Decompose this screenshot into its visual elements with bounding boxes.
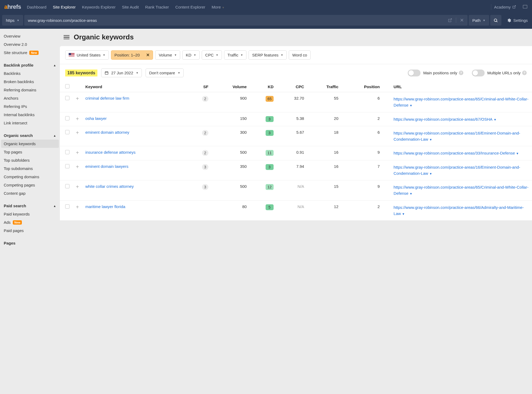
sidebar-group-paid[interactable]: Paid search▲ — [0, 202, 60, 210]
chevron-down-icon[interactable]: ▼ — [494, 118, 497, 121]
chevron-down-icon[interactable]: ▼ — [410, 104, 413, 107]
sidebar-competing-domains[interactable]: Competing domains — [0, 173, 60, 181]
col-url[interactable]: URL — [383, 82, 532, 92]
sidebar-overview2[interactable]: Overview 2.0 — [0, 40, 60, 48]
keyword-link[interactable]: criminal defense law firm — [85, 96, 129, 100]
nav-keywords-explorer[interactable]: Keywords Explorer — [82, 5, 116, 9]
chevron-down-icon[interactable]: ▼ — [402, 212, 405, 216]
presentation-icon[interactable] — [522, 4, 528, 10]
nav-more[interactable]: More ▼ — [212, 5, 224, 9]
col-position[interactable]: Position — [342, 82, 383, 92]
nav-site-explorer[interactable]: Site Explorer — [53, 5, 76, 9]
keyword-link[interactable]: maritime lawyer florida — [85, 204, 125, 209]
keyword-link[interactable]: eminent domain attorney — [85, 130, 129, 135]
settings-link[interactable]: Settings — [507, 18, 528, 23]
sidebar-organic-keywords[interactable]: Organic keywords — [1, 140, 59, 148]
url-link[interactable]: https://www.gray-robinson.com/practice-a… — [394, 151, 515, 155]
nav-content-explorer[interactable]: Content Explorer — [175, 5, 205, 9]
keyword-link[interactable]: eminent domain lawyers — [85, 164, 129, 169]
compare-select[interactable]: Don't compare▼ — [146, 68, 184, 77]
chevron-down-icon[interactable]: ▼ — [516, 152, 519, 155]
url-link[interactable]: https://www.gray-robinson.com/practice-a… — [394, 185, 529, 196]
sidebar-top-subfolders[interactable]: Top subfolders — [0, 156, 60, 164]
sidebar-top-pages[interactable]: Top pages — [0, 148, 60, 156]
nav-site-audit[interactable]: Site Audit — [122, 5, 139, 9]
sidebar-group-organic[interactable]: Organic search▲ — [0, 131, 60, 140]
sidebar-paid-keywords[interactable]: Paid keywords — [0, 210, 60, 218]
keyword-link[interactable]: osha lawyer — [85, 116, 107, 121]
url-input[interactable]: www.gray-robinson.com/practice-areas ✕ — [24, 15, 468, 26]
sidebar-top-subdomains[interactable]: Top subdomains — [0, 164, 60, 173]
select-all-checkbox[interactable] — [65, 84, 69, 88]
col-cpc[interactable]: CPC — [277, 82, 307, 92]
sidebar-referring-domains[interactable]: Referring domains — [0, 86, 60, 94]
toggle-multiple-urls[interactable] — [472, 70, 485, 76]
help-icon[interactable]: ? — [522, 71, 527, 75]
url-link[interactable]: https://www.gray-robinson.com/practice-a… — [394, 97, 529, 107]
sidebar-broken-backlinks[interactable]: Broken backlinks — [0, 78, 60, 86]
keyword-link[interactable]: white collar crimes attorney — [85, 184, 134, 189]
sidebar-overview[interactable]: Overview — [0, 32, 60, 40]
row-checkbox[interactable] — [65, 150, 69, 154]
url-link[interactable]: https://www.gray-robinson.com/practice-a… — [394, 165, 520, 176]
sidebar-paid-pages[interactable]: Paid pages — [0, 226, 60, 235]
sidebar-anchors[interactable]: Anchors — [0, 94, 60, 102]
expand-icon[interactable]: + — [76, 204, 79, 210]
sidebar-content-gap[interactable]: Content gap — [0, 189, 60, 197]
row-checkbox[interactable] — [65, 130, 69, 134]
filter-serp[interactable]: SERP features▼ — [249, 50, 287, 60]
protocol-select[interactable]: https ▼ — [2, 15, 23, 26]
row-checkbox[interactable] — [65, 116, 69, 120]
sidebar-link-intersect[interactable]: Link intersect — [0, 119, 60, 127]
expand-icon[interactable]: + — [76, 150, 79, 156]
clear-url-icon[interactable]: ✕ — [460, 17, 464, 23]
url-link[interactable]: https://www.gray-robinson.com/practice-a… — [394, 131, 520, 141]
hamburger-icon[interactable] — [64, 35, 69, 39]
search-button[interactable] — [490, 15, 501, 26]
filter-traffic[interactable]: Traffic▼ — [224, 50, 247, 60]
row-checkbox[interactable] — [65, 96, 69, 100]
expand-icon[interactable]: + — [76, 130, 79, 136]
row-checkbox[interactable] — [65, 184, 69, 188]
toggle-main-positions[interactable] — [408, 70, 420, 76]
help-icon[interactable]: ? — [459, 71, 463, 75]
col-volume[interactable]: Volume — [212, 82, 250, 92]
nav-rank-tracker[interactable]: Rank Tracker — [145, 5, 169, 9]
filter-cpc[interactable]: CPC▼ — [202, 50, 222, 60]
expand-icon[interactable]: + — [76, 96, 79, 101]
col-sf[interactable]: SF — [188, 82, 212, 92]
close-icon[interactable]: ✕ — [146, 52, 150, 58]
sidebar-internal-backlinks[interactable]: Internal backlinks — [0, 111, 60, 119]
chevron-down-icon[interactable]: ▼ — [410, 192, 413, 195]
nav-dashboard[interactable]: Dashboard — [27, 5, 46, 9]
filter-volume[interactable]: Volume▼ — [155, 50, 180, 60]
sidebar-competing-pages[interactable]: Competing pages — [0, 181, 60, 189]
expand-icon[interactable]: + — [76, 184, 79, 190]
filter-position[interactable]: Position: 1–20 ✕ — [111, 50, 153, 60]
col-traffic[interactable]: Traffic — [307, 82, 342, 92]
url-link[interactable]: https://www.gray-robinson.com/practice-a… — [394, 117, 493, 121]
nav-academy[interactable]: Academy — [494, 5, 516, 9]
expand-icon[interactable]: + — [76, 116, 79, 122]
sidebar-referring-ips[interactable]: Referring IPs — [0, 102, 60, 111]
filter-word-count[interactable]: Word co — [289, 50, 311, 60]
filter-country[interactable]: United States▼ — [65, 50, 109, 60]
row-checkbox[interactable] — [65, 204, 69, 209]
expand-icon[interactable]: + — [76, 164, 79, 170]
date-select[interactable]: 27 Jun 2022▼ — [101, 68, 142, 77]
sidebar-group-pages[interactable]: Pages — [0, 239, 60, 247]
chevron-down-icon[interactable]: ▼ — [429, 172, 432, 175]
url-link[interactable]: https://www.gray-robinson.com/practice-a… — [394, 205, 524, 216]
mode-select[interactable]: Path ▼ — [469, 15, 489, 26]
sidebar-backlinks[interactable]: Backlinks — [0, 69, 60, 78]
sidebar-group-backlink[interactable]: Backlink profile▲ — [0, 61, 60, 69]
logo[interactable]: ahrefs — [4, 3, 21, 10]
col-keyword[interactable]: Keyword — [82, 82, 188, 92]
sidebar-ads[interactable]: AdsNew — [0, 218, 60, 226]
chevron-down-icon[interactable]: ▼ — [429, 138, 432, 141]
keyword-link[interactable]: insurance defense attorneys — [85, 150, 135, 155]
filter-kd[interactable]: KD▼ — [182, 50, 200, 60]
sidebar-site-structure[interactable]: Site structureNew — [0, 48, 60, 57]
col-kd[interactable]: KD — [250, 82, 277, 92]
row-checkbox[interactable] — [65, 164, 69, 168]
